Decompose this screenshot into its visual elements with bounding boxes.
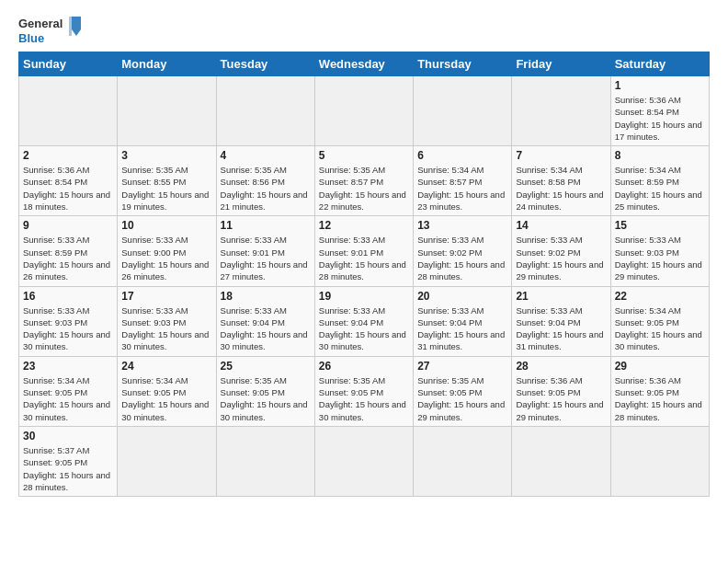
day-number: 16	[23, 290, 113, 303]
day-info: Sunrise: 5:36 AM Sunset: 8:54 PM Dayligh…	[23, 164, 113, 213]
day-header-monday: Monday	[118, 52, 216, 76]
calendar-week-5: 23Sunrise: 5:34 AM Sunset: 9:05 PM Dayli…	[19, 356, 710, 426]
day-info: Sunrise: 5:34 AM Sunset: 9:05 PM Dayligh…	[23, 374, 113, 423]
day-info: Sunrise: 5:33 AM Sunset: 9:04 PM Dayligh…	[319, 304, 409, 353]
calendar-cell: 22Sunrise: 5:34 AM Sunset: 9:05 PM Dayli…	[610, 286, 709, 356]
calendar-cell: 3Sunrise: 5:35 AM Sunset: 8:55 PM Daylig…	[118, 146, 216, 216]
day-info: Sunrise: 5:33 AM Sunset: 9:03 PM Dayligh…	[23, 304, 113, 353]
day-info: Sunrise: 5:34 AM Sunset: 8:57 PM Dayligh…	[417, 164, 507, 213]
calendar-week-1: 1Sunrise: 5:36 AM Sunset: 8:54 PM Daylig…	[19, 76, 710, 146]
day-info: Sunrise: 5:33 AM Sunset: 9:04 PM Dayligh…	[516, 304, 606, 353]
day-number: 9	[23, 219, 113, 232]
calendar-cell: 13Sunrise: 5:33 AM Sunset: 9:02 PM Dayli…	[414, 216, 512, 286]
calendar-cell: 20Sunrise: 5:33 AM Sunset: 9:04 PM Dayli…	[414, 286, 512, 356]
day-number: 5	[319, 149, 409, 162]
day-info: Sunrise: 5:36 AM Sunset: 9:05 PM Dayligh…	[615, 374, 705, 423]
day-info: Sunrise: 5:36 AM Sunset: 8:54 PM Dayligh…	[615, 94, 705, 143]
day-info: Sunrise: 5:33 AM Sunset: 9:04 PM Dayligh…	[221, 304, 311, 353]
day-number: 4	[221, 149, 311, 162]
calendar-cell: 7Sunrise: 5:34 AM Sunset: 8:58 PM Daylig…	[512, 146, 610, 216]
calendar-cell: 18Sunrise: 5:33 AM Sunset: 9:04 PM Dayli…	[216, 286, 314, 356]
day-info: Sunrise: 5:35 AM Sunset: 8:57 PM Dayligh…	[319, 164, 409, 213]
day-number: 30	[23, 430, 113, 442]
day-info: Sunrise: 5:36 AM Sunset: 9:05 PM Dayligh…	[516, 374, 606, 423]
day-number: 15	[615, 219, 705, 232]
calendar-cell	[314, 76, 413, 146]
day-number: 1	[615, 79, 705, 92]
calendar-cell: 8Sunrise: 5:34 AM Sunset: 8:59 PM Daylig…	[610, 146, 709, 216]
day-info: Sunrise: 5:33 AM Sunset: 9:02 PM Dayligh…	[516, 234, 606, 282]
day-header-sunday: Sunday	[19, 52, 118, 76]
calendar-cell: 19Sunrise: 5:33 AM Sunset: 9:04 PM Dayli…	[314, 286, 413, 356]
day-info: Sunrise: 5:33 AM Sunset: 9:01 PM Dayligh…	[221, 234, 311, 282]
day-number: 3	[121, 149, 211, 162]
calendar-cell: 17Sunrise: 5:33 AM Sunset: 9:03 PM Dayli…	[118, 286, 216, 356]
calendar-cell	[19, 76, 118, 146]
day-number: 29	[615, 360, 705, 373]
day-number: 6	[417, 149, 507, 162]
day-number: 7	[516, 149, 606, 162]
calendar-cell: 14Sunrise: 5:33 AM Sunset: 9:02 PM Dayli…	[512, 216, 610, 286]
calendar-cell: 29Sunrise: 5:36 AM Sunset: 9:05 PM Dayli…	[610, 356, 709, 426]
calendar-cell	[610, 426, 709, 496]
calendar-cell: 16Sunrise: 5:33 AM Sunset: 9:03 PM Dayli…	[19, 286, 118, 356]
calendar-cell: 30Sunrise: 5:37 AM Sunset: 9:05 PM Dayli…	[19, 426, 118, 496]
calendar-cell: 4Sunrise: 5:35 AM Sunset: 8:56 PM Daylig…	[216, 146, 314, 216]
calendar-cell	[118, 426, 216, 496]
calendar-cell: 26Sunrise: 5:35 AM Sunset: 9:05 PM Dayli…	[314, 356, 413, 426]
calendar-cell: 23Sunrise: 5:34 AM Sunset: 9:05 PM Dayli…	[19, 356, 118, 426]
calendar-table: SundayMondayTuesdayWednesdayThursdayFrid…	[18, 52, 710, 497]
day-header-tuesday: Tuesday	[216, 52, 314, 76]
page-header: General Blue	[18, 15, 710, 46]
calendar-week-4: 16Sunrise: 5:33 AM Sunset: 9:03 PM Dayli…	[19, 286, 710, 356]
svg-text:Blue: Blue	[18, 31, 44, 45]
calendar-cell: 5Sunrise: 5:35 AM Sunset: 8:57 PM Daylig…	[314, 146, 413, 216]
calendar-cell: 12Sunrise: 5:33 AM Sunset: 9:01 PM Dayli…	[314, 216, 413, 286]
calendar-cell: 28Sunrise: 5:36 AM Sunset: 9:05 PM Dayli…	[512, 356, 610, 426]
calendar-cell	[216, 426, 314, 496]
day-number: 12	[319, 219, 409, 232]
day-info: Sunrise: 5:35 AM Sunset: 8:56 PM Dayligh…	[221, 164, 311, 213]
day-info: Sunrise: 5:34 AM Sunset: 8:58 PM Dayligh…	[516, 164, 606, 213]
day-info: Sunrise: 5:35 AM Sunset: 9:05 PM Dayligh…	[417, 374, 507, 423]
day-number: 14	[516, 219, 606, 232]
calendar-cell: 25Sunrise: 5:35 AM Sunset: 9:05 PM Dayli…	[216, 356, 314, 426]
day-number: 20	[417, 290, 507, 303]
day-info: Sunrise: 5:33 AM Sunset: 9:01 PM Dayligh…	[319, 234, 409, 282]
calendar-week-6: 30Sunrise: 5:37 AM Sunset: 9:05 PM Dayli…	[19, 426, 710, 496]
calendar-cell	[512, 76, 610, 146]
calendar-cell: 6Sunrise: 5:34 AM Sunset: 8:57 PM Daylig…	[414, 146, 512, 216]
generalblue-logo-icon: General Blue	[18, 15, 83, 46]
day-number: 18	[221, 290, 311, 303]
day-number: 2	[23, 149, 113, 162]
day-number: 19	[319, 290, 409, 303]
day-info: Sunrise: 5:35 AM Sunset: 9:05 PM Dayligh…	[221, 374, 311, 423]
calendar-cell: 10Sunrise: 5:33 AM Sunset: 9:00 PM Dayli…	[118, 216, 216, 286]
calendar-cell	[314, 426, 413, 496]
calendar-cell: 11Sunrise: 5:33 AM Sunset: 9:01 PM Dayli…	[216, 216, 314, 286]
day-header-saturday: Saturday	[610, 52, 709, 76]
day-number: 27	[417, 360, 507, 373]
day-info: Sunrise: 5:37 AM Sunset: 9:05 PM Dayligh…	[23, 444, 113, 493]
day-number: 26	[319, 360, 409, 373]
day-number: 11	[221, 219, 311, 232]
calendar-week-3: 9Sunrise: 5:33 AM Sunset: 8:59 PM Daylig…	[19, 216, 710, 286]
day-number: 24	[121, 360, 211, 373]
day-number: 8	[615, 149, 705, 162]
svg-marker-2	[72, 17, 81, 29]
day-info: Sunrise: 5:33 AM Sunset: 9:03 PM Dayligh…	[121, 304, 211, 353]
svg-rect-4	[69, 17, 72, 36]
day-number: 17	[121, 290, 211, 303]
day-number: 28	[516, 360, 606, 373]
svg-text:General: General	[18, 17, 63, 30]
day-info: Sunrise: 5:34 AM Sunset: 8:59 PM Dayligh…	[615, 164, 705, 213]
calendar-cell: 21Sunrise: 5:33 AM Sunset: 9:04 PM Dayli…	[512, 286, 610, 356]
day-info: Sunrise: 5:34 AM Sunset: 9:05 PM Dayligh…	[121, 374, 211, 423]
svg-marker-3	[72, 29, 81, 36]
day-number: 21	[516, 290, 606, 303]
day-info: Sunrise: 5:33 AM Sunset: 8:59 PM Dayligh…	[23, 234, 113, 282]
calendar-cell: 2Sunrise: 5:36 AM Sunset: 8:54 PM Daylig…	[19, 146, 118, 216]
calendar-cell: 27Sunrise: 5:35 AM Sunset: 9:05 PM Dayli…	[414, 356, 512, 426]
calendar-cell	[216, 76, 314, 146]
calendar-cell	[512, 426, 610, 496]
